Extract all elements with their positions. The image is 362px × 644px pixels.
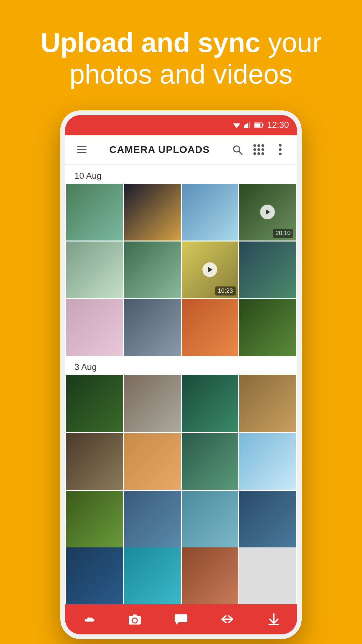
play-triangle [264, 209, 271, 215]
play-triangle [206, 266, 213, 273]
photo-cell[interactable] [66, 184, 123, 240]
photo-cell[interactable] [182, 547, 238, 604]
photo-cell[interactable] [124, 375, 180, 432]
search-button[interactable] [230, 142, 245, 157]
photo-grid-3 [65, 547, 297, 604]
photo-cell[interactable] [124, 184, 180, 240]
phone-mockup: 12:30 CAMERA UPLOADS [60, 110, 302, 639]
menu-button[interactable] [74, 142, 89, 157]
status-bar: 12:30 [65, 115, 297, 135]
photo-cell[interactable]: 20:10 [239, 184, 296, 240]
date-section-1: 10 Aug [65, 165, 297, 184]
photo-cell[interactable] [124, 547, 180, 604]
app-title: CAMERA UPLOADS [96, 144, 223, 155]
signal-icon [244, 122, 250, 128]
svg-rect-3 [247, 123, 248, 128]
play-icon [202, 262, 217, 277]
more-icon [279, 144, 282, 156]
more-options-button[interactable] [273, 142, 288, 157]
status-time: 12:30 [267, 120, 289, 130]
svg-point-12 [279, 153, 282, 155]
photo-cell[interactable] [239, 299, 296, 356]
photo-cell[interactable] [66, 375, 123, 432]
video-duration: 10:23 [215, 286, 236, 296]
svg-point-17 [133, 619, 137, 623]
svg-marker-0 [233, 123, 240, 128]
photo-cell[interactable] [124, 491, 180, 547]
sync-icon [221, 613, 234, 625]
svg-rect-4 [249, 122, 250, 128]
cloud-icon [81, 613, 95, 625]
photo-cell[interactable] [124, 241, 180, 298]
photo-cell[interactable] [182, 491, 238, 547]
svg-rect-19 [268, 624, 279, 625]
photo-cell[interactable] [239, 547, 296, 604]
photo-grid-1: 20:10 10:23 [65, 184, 297, 356]
play-icon [260, 205, 275, 219]
date-label-1: 10 Aug [74, 171, 102, 181]
app-bar: CAMERA UPLOADS [65, 135, 297, 165]
content-area: 10 Aug 20:10 [65, 165, 297, 604]
chat-icon [175, 613, 187, 626]
photo-cell[interactable] [182, 299, 238, 356]
grid-icon [253, 144, 264, 155]
photo-grid-2 [65, 375, 297, 547]
svg-rect-2 [245, 124, 247, 128]
grid-view-button[interactable] [251, 142, 266, 157]
date-section-2: 3 Aug [65, 356, 297, 375]
photo-cell[interactable] [239, 491, 296, 547]
battery-icon [254, 122, 264, 128]
date-label-2: 3 Aug [74, 362, 97, 372]
svg-point-11 [279, 148, 282, 151]
photo-cell[interactable] [66, 547, 123, 604]
photo-cell[interactable] [182, 184, 238, 240]
photo-cell[interactable] [124, 433, 180, 490]
hero-section: Upload and sync your photos and videos [0, 0, 362, 110]
hamburger-icon [77, 146, 86, 153]
photo-cell[interactable] [239, 241, 296, 298]
svg-marker-13 [266, 209, 270, 215]
svg-rect-1 [244, 125, 245, 128]
nav-download-button[interactable] [260, 606, 287, 633]
search-icon [232, 144, 243, 155]
photo-cell[interactable] [182, 375, 238, 432]
nav-camera-button[interactable] [121, 606, 148, 633]
nav-cloud-button[interactable] [75, 606, 102, 633]
nav-chat-button[interactable] [168, 606, 194, 633]
svg-point-10 [279, 144, 282, 147]
hero-line1-bold: Upload and sync [41, 27, 260, 58]
svg-rect-18 [133, 614, 137, 616]
download-icon [268, 612, 280, 626]
photo-cell[interactable] [66, 241, 123, 298]
bottom-navigation [65, 604, 297, 634]
hero-line2: photos and videos [69, 59, 293, 89]
nav-sync-button[interactable] [214, 606, 241, 633]
photo-cell[interactable] [124, 299, 180, 356]
photo-cell[interactable]: 10:23 [182, 241, 238, 298]
photo-cell[interactable] [239, 375, 296, 432]
video-duration: 20:10 [273, 229, 293, 238]
photo-cell[interactable] [239, 433, 296, 490]
photo-cell[interactable] [66, 433, 123, 490]
svg-rect-7 [254, 123, 260, 127]
photo-cell[interactable] [66, 491, 123, 547]
wifi-icon [233, 122, 240, 128]
status-icons: 12:30 [233, 120, 289, 130]
hero-line1-light: your [260, 27, 321, 58]
svg-line-9 [239, 151, 242, 154]
photo-cell[interactable] [66, 299, 123, 356]
camera-icon [128, 613, 141, 625]
svg-rect-6 [262, 124, 263, 126]
photo-cell[interactable] [182, 433, 238, 490]
svg-marker-14 [208, 267, 213, 272]
